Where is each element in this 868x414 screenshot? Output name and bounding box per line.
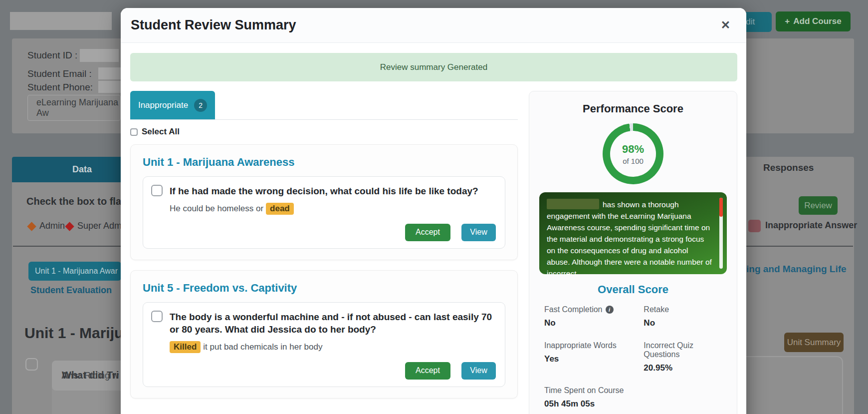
student-evaluation-link: Student Evaluation <box>30 285 112 296</box>
review-button[interactable]: Review <box>799 196 838 215</box>
student-review-summary-modal: Student Review Summary ✕ Review summary … <box>121 8 746 414</box>
flagged-word-chip: Killed <box>170 341 201 353</box>
answer-after: it put bad chemicals in her body <box>203 342 322 352</box>
question-text-bg: What did Tri <box>62 370 119 381</box>
unit-1-tab-button[interactable]: Unit 1 - Marijuana Awar <box>28 262 121 281</box>
tab-inappropriate-label: Inappropriate <box>138 100 188 110</box>
answer-line: Killedit put bad chemicals in her body <box>170 341 496 353</box>
unit-card: Unit 1 - Marijuana Awareness If he had m… <box>130 144 518 260</box>
app-logo <box>10 12 112 30</box>
review-scrollbar-thumb[interactable] <box>719 198 723 217</box>
flag-instruction: Check the box to flag <box>26 196 127 207</box>
flag-question-checkbox[interactable] <box>151 185 163 196</box>
performance-score-panel: Performance Score 98% of 100 has shown a… <box>529 91 737 414</box>
inappropriate-words-value: Yes <box>544 354 644 364</box>
student-phone-label: Student Phone: <box>27 82 93 93</box>
unit-8-link: ing and Managing Life <box>746 264 847 275</box>
student-id-label: Student ID : <box>27 50 77 61</box>
score-stats-grid: Fast Completion i No Retake No Inappropr… <box>539 305 727 409</box>
student-name-redacted <box>547 199 599 209</box>
retake-value: No <box>644 318 722 328</box>
accept-button[interactable]: Accept <box>405 224 450 241</box>
flagged-answers-column: Inappropriate 2 Select All Unit 1 - Mari… <box>130 91 518 399</box>
question-text: If he had made the wrong decision, what … <box>170 185 478 198</box>
performance-donut: 98% of 100 <box>603 123 663 184</box>
unit-card: Unit 5 - Freedom vs. Captivity The body … <box>130 270 518 399</box>
view-button[interactable]: View <box>461 224 496 241</box>
student-id-redacted <box>80 49 119 62</box>
select-all-checkbox[interactable] <box>130 128 138 136</box>
student-email-label: Student Email : <box>27 68 92 79</box>
tab-bar: Inappropriate 2 <box>130 91 518 120</box>
success-banner: Review summary Generated <box>130 53 737 81</box>
responses-title: Responses <box>763 162 814 173</box>
stat-fast-completion: Fast Completion i No <box>544 305 644 328</box>
close-icon[interactable]: ✕ <box>721 19 730 31</box>
info-icon[interactable]: i <box>606 306 614 314</box>
review-text: has shown a thorough engagement with the… <box>547 200 712 274</box>
flag-question-checkbox[interactable] <box>151 311 163 322</box>
tab-inappropriate[interactable]: Inappropriate 2 <box>130 91 215 119</box>
stat-retake: Retake No <box>644 305 722 328</box>
unit-title: Unit 1 - Marijuana Awareness <box>143 156 505 169</box>
modal-title: Student Review Summary <box>131 17 296 33</box>
summary-card-outline <box>733 356 843 414</box>
stat-incorrect-quiz: Incorrect Quiz Questions 20.95% <box>644 341 722 373</box>
fast-completion-value: No <box>544 318 644 328</box>
time-spent-label: Time Spent on Course <box>544 386 644 395</box>
add-course-button[interactable]: + Add Course <box>776 11 851 31</box>
review-scrollbar <box>719 198 723 269</box>
question-text: The body is a wonderful machine and - if… <box>170 311 496 336</box>
inappropriate-answer-label: Inappropriate Answer <box>765 220 857 231</box>
retake-label: Retake <box>644 305 722 314</box>
score-of: of 100 <box>623 157 644 165</box>
legend-admin: Admin <box>39 221 65 231</box>
donut-center: 98% of 100 <box>610 131 656 177</box>
unit-title: Unit 5 - Freedom vs. Captivity <box>143 282 505 295</box>
inappropriate-words-label: Inappropriate Words <box>544 341 644 350</box>
time-spent-value: 05h 45m 05s <box>544 399 644 409</box>
select-all-row: Select All <box>130 127 518 137</box>
accept-button[interactable]: Accept <box>405 362 450 380</box>
flagged-question-card: The body is a wonderful machine and - if… <box>143 302 505 387</box>
incorrect-quiz-label: Incorrect Quiz Questions <box>644 341 722 359</box>
performance-score-title: Performance Score <box>539 102 727 115</box>
course-select[interactable]: eLearning Marijuana Aw <box>27 95 121 121</box>
question-checkbox-bg[interactable] <box>25 358 38 371</box>
view-button[interactable]: View <box>461 362 496 380</box>
modal-header: Student Review Summary ✕ <box>121 8 746 43</box>
score-percent: 98% <box>622 143 644 156</box>
ai-review-box: has shown a thorough engagement with the… <box>539 192 727 274</box>
answer-line: He could be homeless ordead <box>170 203 496 215</box>
add-course-label: Add Course <box>793 16 841 26</box>
inappropriate-answer-swatch <box>748 220 761 232</box>
flagged-word-chip: dead <box>266 203 294 215</box>
flagged-question-card: If he had made the wrong decision, what … <box>143 176 505 249</box>
stat-time-spent: Time Spent on Course 05h 45m 05s <box>544 386 644 409</box>
unit-heading: Unit 1 - Marijua <box>24 325 132 342</box>
select-all-label: Select All <box>142 127 180 137</box>
stat-inappropriate-words: Inappropriate Words Yes <box>544 341 644 373</box>
answer-before: He could be homeless or <box>170 204 263 213</box>
modal-body: Review summary Generated Inappropriate 2… <box>121 43 746 414</box>
unit-summary-button[interactable]: Unit Summary <box>784 333 844 352</box>
incorrect-quiz-value: 20.95% <box>644 363 722 373</box>
overall-score-title: Overall Score <box>539 283 727 296</box>
tab-count-badge: 2 <box>194 99 207 112</box>
fast-completion-label: Fast Completion <box>544 305 603 314</box>
plus-icon: + <box>785 16 790 26</box>
